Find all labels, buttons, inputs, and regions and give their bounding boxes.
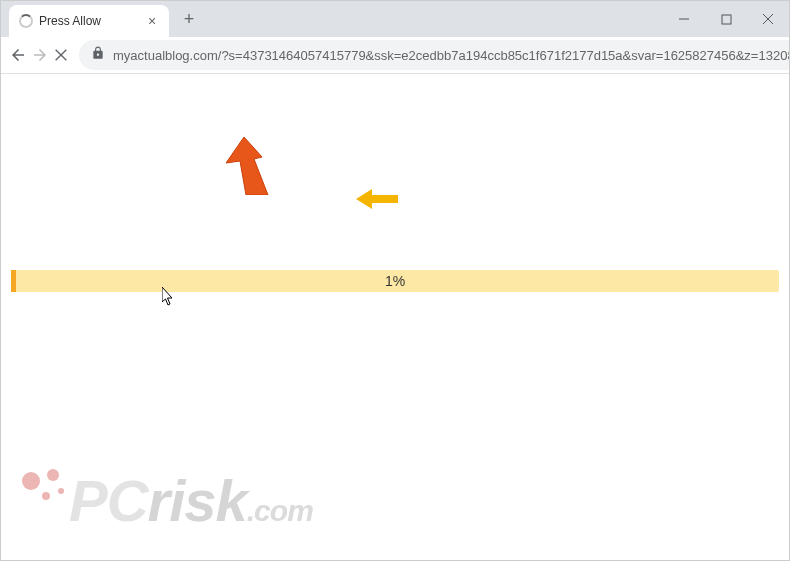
browser-tab[interactable]: Press Allow ×: [9, 5, 169, 37]
watermark-pc: PC: [69, 468, 150, 533]
tab-title: Press Allow: [39, 14, 139, 28]
progress-fill: [11, 270, 16, 292]
watermark-risk: risk: [148, 468, 251, 533]
stop-reload-button[interactable]: [53, 41, 69, 69]
svg-point-6: [22, 472, 40, 490]
svg-text:PCrisk.com: PCrisk.com: [69, 468, 313, 533]
svg-point-9: [58, 488, 64, 494]
cursor-icon: [162, 287, 176, 307]
close-tab-icon[interactable]: ×: [145, 14, 159, 28]
loading-spinner-icon: [19, 14, 33, 28]
page-content: 1% PCrisk.com: [1, 74, 789, 561]
minimize-button[interactable]: [669, 4, 699, 34]
watermark-logo: PCrisk.com: [11, 451, 431, 551]
annotation-arrow-orange-icon: [226, 137, 286, 195]
new-tab-button[interactable]: +: [175, 5, 203, 33]
annotation-arrow-yellow-icon: [356, 189, 398, 209]
forward-button[interactable]: [31, 41, 49, 69]
svg-rect-1: [722, 15, 731, 24]
svg-point-8: [42, 492, 50, 500]
progress-value: 1%: [385, 273, 405, 289]
tab-bar: Press Allow × +: [1, 1, 789, 37]
close-window-button[interactable]: [753, 4, 783, 34]
url-text: myactualblog.com/?s=43731464057415779&ss…: [113, 48, 790, 63]
watermark-com: .com: [247, 494, 313, 527]
progress-bar: 1%: [11, 270, 779, 292]
svg-point-7: [47, 469, 59, 481]
address-bar[interactable]: myactualblog.com/?s=43731464057415779&ss…: [79, 40, 790, 70]
lock-icon: [91, 46, 105, 64]
maximize-button[interactable]: [711, 4, 741, 34]
browser-toolbar: myactualblog.com/?s=43731464057415779&ss…: [1, 37, 789, 73]
back-button[interactable]: [9, 41, 27, 69]
